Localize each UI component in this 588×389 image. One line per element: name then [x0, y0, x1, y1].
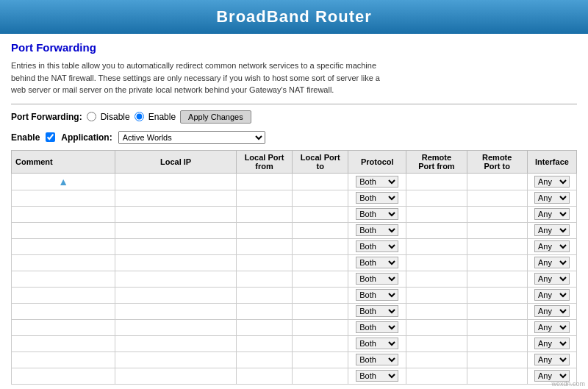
interface-select-0[interactable]: AnyWANLAN	[534, 176, 570, 188]
comment-input-4[interactable]	[15, 242, 112, 251]
protocol-select-1[interactable]: BothTCPUDP	[356, 192, 398, 204]
comment-input-5[interactable]	[15, 258, 112, 267]
remote-port-to-input-10[interactable]	[470, 339, 524, 348]
local-ip-input-3[interactable]	[118, 226, 233, 235]
interface-select-1[interactable]: AnyWANLAN	[534, 192, 570, 204]
comment-input-8[interactable]	[15, 307, 112, 315]
remote-port-to-input-1[interactable]	[470, 193, 524, 202]
local-port-from-input-10[interactable]	[240, 339, 289, 348]
local-ip-input-1[interactable]	[118, 193, 233, 202]
interface-select-6[interactable]: AnyWANLAN	[534, 273, 570, 285]
remote-port-from-input-4[interactable]	[409, 242, 463, 251]
local-port-from-input-1[interactable]	[240, 193, 289, 202]
comment-input-7[interactable]	[15, 290, 112, 299]
remote-port-from-input-5[interactable]	[409, 258, 463, 267]
local-port-from-input-9[interactable]	[240, 323, 289, 332]
local-ip-input-6[interactable]	[118, 274, 233, 283]
interface-select-5[interactable]: AnyWANLAN	[534, 257, 570, 268]
interface-select-8[interactable]: AnyWANLAN	[534, 305, 570, 317]
remote-port-from-input-0[interactable]	[409, 177, 463, 186]
local-port-from-input-3[interactable]	[240, 226, 289, 235]
local-port-to-input-4[interactable]	[295, 242, 345, 251]
protocol-select-0[interactable]: BothTCPUDP	[356, 176, 398, 188]
local-port-to-input-9[interactable]	[295, 323, 345, 332]
comment-input-3[interactable]	[15, 226, 112, 235]
remote-port-to-input-12[interactable]	[470, 371, 524, 380]
local-port-from-input-0[interactable]	[240, 177, 289, 186]
remote-port-to-input-7[interactable]	[470, 290, 524, 299]
local-port-to-input-3[interactable]	[295, 226, 345, 235]
local-port-to-input-6[interactable]	[295, 274, 345, 283]
comment-input-11[interactable]	[15, 355, 112, 364]
remote-port-from-input-7[interactable]	[409, 290, 463, 299]
local-port-to-input-8[interactable]	[295, 307, 345, 315]
protocol-select-5[interactable]: BothTCPUDP	[356, 257, 398, 268]
local-port-to-input-10[interactable]	[295, 339, 345, 348]
local-port-to-input-12[interactable]	[295, 371, 345, 380]
local-ip-input-0[interactable]	[118, 177, 233, 186]
comment-input-9[interactable]	[15, 323, 112, 332]
comment-input-10[interactable]	[15, 339, 112, 348]
interface-select-7[interactable]: AnyWANLAN	[534, 289, 570, 301]
interface-select-10[interactable]: AnyWANLAN	[534, 338, 570, 349]
apply-changes-button[interactable]: Apply Changes	[180, 110, 251, 124]
comment-input-1[interactable]	[15, 193, 112, 202]
remote-port-from-input-2[interactable]	[409, 210, 463, 218]
remote-port-from-input-11[interactable]	[409, 355, 463, 364]
local-ip-input-4[interactable]	[118, 242, 233, 251]
local-port-from-input-4[interactable]	[240, 242, 289, 251]
protocol-select-10[interactable]: BothTCPUDP	[356, 338, 398, 349]
comment-input-6[interactable]	[15, 274, 112, 283]
local-port-to-input-1[interactable]	[295, 193, 345, 202]
local-ip-input-2[interactable]	[118, 210, 233, 218]
remote-port-to-input-2[interactable]	[470, 210, 524, 218]
remote-port-from-input-6[interactable]	[409, 274, 463, 283]
remote-port-to-input-5[interactable]	[470, 258, 524, 267]
comment-input-12[interactable]	[15, 371, 112, 380]
remote-port-from-input-10[interactable]	[409, 339, 463, 348]
protocol-select-2[interactable]: BothTCPUDP	[356, 208, 398, 220]
enable-radio[interactable]	[135, 112, 144, 121]
remote-port-to-input-9[interactable]	[470, 323, 524, 332]
local-ip-input-12[interactable]	[118, 371, 233, 380]
remote-port-to-input-3[interactable]	[470, 226, 524, 235]
remote-port-to-input-0[interactable]	[470, 177, 524, 186]
local-port-to-input-2[interactable]	[295, 210, 345, 218]
local-port-to-input-7[interactable]	[295, 290, 345, 299]
local-ip-input-11[interactable]	[118, 355, 233, 364]
protocol-select-6[interactable]: BothTCPUDP	[356, 273, 398, 285]
interface-select-11[interactable]: AnyWANLAN	[534, 354, 570, 365]
local-port-to-input-0[interactable]	[295, 177, 345, 186]
remote-port-to-input-11[interactable]	[470, 355, 524, 364]
interface-select-3[interactable]: AnyWANLAN	[534, 224, 570, 236]
protocol-select-7[interactable]: BothTCPUDP	[356, 289, 398, 301]
remote-port-to-input-6[interactable]	[470, 274, 524, 283]
protocol-select-4[interactable]: BothTCPUDP	[356, 240, 398, 252]
local-port-from-input-5[interactable]	[240, 258, 289, 267]
local-ip-input-5[interactable]	[118, 258, 233, 267]
interface-select-4[interactable]: AnyWANLAN	[534, 240, 570, 252]
enable-label[interactable]: Enable	[148, 112, 176, 122]
disable-label[interactable]: Disable	[101, 112, 130, 122]
remote-port-from-input-12[interactable]	[409, 371, 463, 380]
local-ip-input-7[interactable]	[118, 290, 233, 299]
protocol-select-8[interactable]: BothTCPUDP	[356, 305, 398, 317]
remote-port-to-input-4[interactable]	[470, 242, 524, 251]
interface-select-9[interactable]: AnyWANLAN	[534, 321, 570, 333]
protocol-select-3[interactable]: BothTCPUDP	[356, 224, 398, 236]
local-ip-input-10[interactable]	[118, 339, 233, 348]
remote-port-from-input-1[interactable]	[409, 193, 463, 202]
remote-port-to-input-8[interactable]	[470, 307, 524, 315]
local-port-from-input-12[interactable]	[240, 371, 289, 380]
interface-select-2[interactable]: AnyWANLAN	[534, 208, 570, 220]
local-port-from-input-6[interactable]	[240, 274, 289, 283]
enable-checkbox[interactable]	[46, 132, 55, 142]
local-port-to-input-11[interactable]	[295, 355, 345, 364]
disable-radio[interactable]	[87, 112, 96, 121]
local-port-from-input-11[interactable]	[240, 355, 289, 364]
local-ip-input-9[interactable]	[118, 323, 233, 332]
local-ip-input-8[interactable]	[118, 307, 233, 315]
protocol-select-9[interactable]: BothTCPUDP	[356, 321, 398, 333]
comment-input-2[interactable]	[15, 210, 112, 218]
local-port-from-input-7[interactable]	[240, 290, 289, 299]
